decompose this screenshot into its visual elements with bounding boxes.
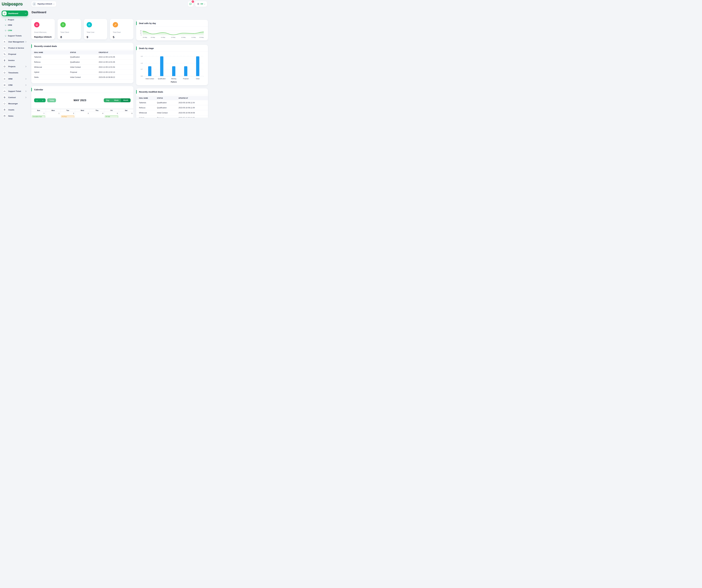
users-icon <box>3 40 6 43</box>
sidebar-subitem-crm[interactable]: CRM <box>2 28 28 33</box>
weekday-label: Sat <box>119 109 133 112</box>
date-cell: 2022-12-09 12:01:54 <box>99 66 133 68</box>
home-icon <box>2 11 7 15</box>
sidebar-item-label: Timesheets <box>8 72 28 74</box>
next-month-button[interactable]: › <box>40 98 45 102</box>
sidebar-subitem-label: CRM <box>8 29 12 31</box>
view-month-button[interactable]: Month <box>121 98 131 102</box>
bullet-icon <box>4 24 6 26</box>
sidebar-item-support-ticket[interactable]: Support Ticket <box>2 88 28 94</box>
card-title: Deals by stage <box>136 45 208 52</box>
calendar-day-cell[interactable]: 4 <box>90 112 104 118</box>
sidebar-item-hrm[interactable]: HRM <box>2 76 28 82</box>
calendar-month-title: MAY 2023 <box>56 99 104 102</box>
calendar-toolbar: ‹ › Today MAY 2023 DayWeekMonth <box>31 98 133 102</box>
assets-icon <box>3 108 6 112</box>
weekday-label: Mon <box>46 109 61 112</box>
calendar-day-cell[interactable]: 2Hi-Flow <box>61 112 75 118</box>
svg-text:0.0: 0.0 <box>141 75 143 77</box>
recently-created-deals-table: DEAL NAMESTATUSCREATED ATTailwindsQualif… <box>31 50 133 80</box>
logo: Unipospro <box>0 2 29 6</box>
status-cell: Proposal <box>70 71 99 73</box>
view-week-button[interactable]: Week <box>112 98 121 102</box>
weekday-label: Wed <box>75 109 90 112</box>
recently-created-deals-card: Recently created deals DEAL NAMESTATUSCR… <box>31 43 133 83</box>
column-header: CREATED AT <box>99 52 133 53</box>
sidebar-item-assets[interactable]: Assets <box>2 107 28 113</box>
calendar-event[interactable]: Geraldine Burt <box>32 115 45 118</box>
status-cell: Qualification <box>70 61 99 63</box>
table-row: WhitecoatInitial Contact2023-05-16 09:34… <box>136 110 208 115</box>
sidebar-item-timesheets[interactable]: Timesheets <box>2 70 28 76</box>
language-selector[interactable]: EN <box>195 1 207 7</box>
prev-month-button[interactable]: ‹ <box>34 98 40 102</box>
language-code: EN <box>201 3 203 5</box>
svg-text:Meeting: Meeting <box>171 78 177 80</box>
column-header: STATUS <box>157 97 179 99</box>
weekday-label: Sun <box>31 109 46 112</box>
sidebar-item-product-service[interactable]: Product & Service <box>2 45 28 51</box>
column-header: DEAL NAME <box>31 52 70 53</box>
sidebar-item-contract[interactable]: Contract <box>2 94 28 100</box>
sidebar-subitem-support-tickets[interactable]: Support Tickets <box>2 33 28 38</box>
bar-initial-contact <box>148 66 151 76</box>
svg-text:Qualification: Qualification <box>158 78 166 80</box>
svg-text:11-May: 11-May <box>191 36 196 38</box>
calendar-day-cell[interactable]: 6 <box>119 112 133 118</box>
sidebar-item-notes[interactable]: Notes <box>2 113 28 118</box>
view-day-button[interactable]: Day <box>104 98 112 102</box>
table-row: RefocusQualification2023-05-16 06:11:09 <box>136 105 208 110</box>
sidebar-item-label: Dashboard <box>8 12 25 14</box>
sidebar-item-user-management[interactable]: User Management <box>2 39 28 45</box>
calendar-event[interactable]: Hi-Veil <box>105 115 118 118</box>
today-button[interactable]: Today <box>47 98 56 102</box>
weekday-label: Thu <box>90 109 104 112</box>
date-cell: 2023-05-16 06:08:22 <box>99 76 133 78</box>
sidebar-item-projects[interactable]: Projects <box>2 63 28 70</box>
date-cell: 2023-05-16 09:34:08 <box>179 112 208 114</box>
status-cell: Qualification <box>70 56 99 58</box>
column-header: UPDATED AT <box>179 97 208 99</box>
company-selector[interactable]: Rajodiya infotech <box>31 1 56 7</box>
status-cell: Qualification <box>157 102 179 104</box>
users-icon <box>87 22 92 27</box>
calendar-day-cell[interactable]: 30Geraldine Burt <box>31 112 46 118</box>
proposal-icon <box>3 53 6 56</box>
date-cell: 2022-12-09 12:02:13 <box>99 71 133 73</box>
company-name: Rajodiya infotech <box>37 3 52 5</box>
date-cell: 2023-05-16 06:11:08 <box>179 117 208 118</box>
sidebar-subitem-project[interactable]: Project <box>2 17 28 22</box>
sidebar-item-dashboard[interactable]: Dashboard <box>2 11 28 16</box>
area-chart-svg: 1510516-May15-May14-May13-May12-May11-Ma… <box>139 27 205 39</box>
weekday-label: Tue <box>61 109 75 112</box>
table-header-row: DEAL NAMESTATUSUPDATED AT <box>136 96 208 100</box>
stat-label: Total Client <box>61 31 78 33</box>
topbar: Unipospro Rajodiya infotech 0 EN <box>0 0 209 8</box>
chevron-right-icon <box>25 91 26 92</box>
card-title: Calendar <box>31 86 133 93</box>
calendar-day-cell[interactable]: 3 <box>75 112 90 118</box>
calendar-event[interactable]: Hi-Flow <box>61 115 74 118</box>
calendar-day-cell[interactable]: 1 <box>46 112 61 118</box>
sidebar-item-crm[interactable]: CRM <box>2 82 28 88</box>
stat-value: 8 <box>61 35 78 39</box>
bullet-icon <box>4 19 6 20</box>
topbar-actions: 0 EN <box>188 1 207 7</box>
calendar-day-cell[interactable]: 5Hi-Veil <box>104 112 119 118</box>
sidebar-subitem-label: HRM <box>8 24 12 26</box>
sidebar-item-invoice[interactable]: Invoice <box>2 57 28 63</box>
sidebar-subitem-hrm[interactable]: HRM <box>2 22 28 28</box>
sidebar-item-messenger[interactable]: Messenger <box>2 100 28 107</box>
messages-button[interactable]: 0 <box>188 1 193 7</box>
date-cell: 2023-05-16 06:11:09 <box>179 107 208 109</box>
stat-label: Total User <box>87 31 104 33</box>
deal-name-cell: Refocus <box>136 107 157 109</box>
sidebar-item-label: Support Ticket <box>8 90 25 92</box>
card-title: Deal calls by day <box>136 20 208 26</box>
sidebar-item-proposal[interactable]: Proposal <box>2 51 28 57</box>
table-row: StellaInitial Contact2023-05-16 06:08:22 <box>31 75 133 80</box>
stat-label: Total Deal <box>113 31 131 33</box>
sidebar-item-label: Contract <box>8 96 25 98</box>
main-content: Dashboard Good Afternoon,Rajodiya infote… <box>29 8 209 118</box>
deal-calls-chart: 1510516-May15-May14-May13-May12-May11-Ma… <box>136 26 208 40</box>
